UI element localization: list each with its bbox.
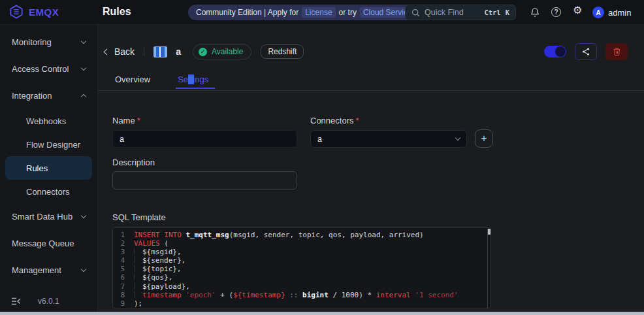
share-button[interactable]: [575, 43, 597, 60]
sidebar-item-label: Access Control: [12, 64, 69, 74]
version-label: v6.0.1: [38, 297, 59, 306]
line-number: 9: [113, 299, 134, 308]
connector-type-badge: Redshift: [261, 44, 304, 59]
sidebar-item-label: Webhooks: [26, 116, 66, 126]
license-link[interactable]: License: [302, 7, 335, 18]
sidebar-item-management[interactable]: Management: [5, 257, 92, 284]
share-icon: [581, 47, 590, 56]
code-line: 1INSERT INTO t_mqtt_msg(msgid, sender, t…: [113, 231, 491, 239]
emqx-logo[interactable]: EMQX: [9, 5, 59, 19]
sql-code: 1INSERT INTO t_mqtt_msg(msgid, sender, t…: [113, 231, 491, 308]
chevron-down-icon: [455, 135, 460, 141]
chevron-down-icon: [81, 39, 86, 44]
line-number: 1: [113, 231, 134, 239]
sidebar-item-label: Monitoring: [12, 37, 52, 47]
chevron-up-icon: [81, 94, 86, 99]
back-button[interactable]: Back: [105, 46, 135, 57]
emqx-dashboard: EMQX Rules Community Edition | Apply for…: [0, 0, 644, 315]
code-line: 6${qos},: [113, 273, 491, 282]
toolbar-divider: [144, 47, 144, 56]
editor-scrollbar-thumb[interactable]: [488, 229, 491, 235]
shortcut-ctrl: Ctrl: [484, 8, 500, 16]
line-number: 6: [113, 273, 134, 282]
sidebar-item-label: Message Queue: [12, 239, 74, 248]
sidebar-item-message-queue[interactable]: Message Queue: [5, 230, 92, 257]
sql-template-label: SQL Template: [112, 212, 166, 222]
status-badge: ✓ Available: [193, 44, 251, 59]
name-value: a: [120, 135, 124, 144]
description-input[interactable]: [112, 171, 297, 190]
sidebar-footer: v6.0.1: [10, 296, 87, 307]
trash-icon: [613, 47, 621, 56]
sidebar-item-smart-data-hub[interactable]: Smart Data Hub: [5, 203, 92, 230]
connectors-label: Connectors*: [310, 116, 359, 125]
quick-find-search[interactable]: Quick Find Ctrl K: [405, 5, 516, 20]
sidebar-item-connectors[interactable]: Connectors: [5, 180, 92, 203]
banner-middle-text: or try: [339, 8, 357, 17]
add-connector-button[interactable]: +: [475, 129, 493, 148]
help-icon[interactable]: ?: [551, 7, 561, 17]
description-label: Description: [112, 158, 155, 167]
sidebar-item-access-control[interactable]: Access Control: [5, 56, 92, 82]
enable-rule-toggle[interactable]: [544, 46, 566, 58]
delete-button[interactable]: [605, 43, 628, 60]
back-label: Back: [114, 46, 135, 57]
rule-toolbar: Back a ✓ Available Redshift: [105, 43, 628, 60]
sidebar-item-integration[interactable]: Integration: [5, 82, 92, 109]
connectors-select[interactable]: a: [310, 130, 467, 148]
active-tab-underline: [176, 88, 215, 89]
collapse-sidebar-icon[interactable]: [10, 296, 21, 307]
search-placeholder: Quick Find: [425, 8, 479, 17]
code-line: 3${msgid},: [113, 248, 491, 256]
sidebar-item-rules[interactable]: Rules: [5, 156, 92, 180]
line-number: 2: [113, 239, 134, 248]
connectors-value: a: [317, 135, 322, 144]
line-number: 3: [113, 248, 134, 256]
sidebar-item-flow-designer[interactable]: Flow Designer: [5, 133, 92, 156]
code-line: 2VALUES (: [113, 239, 491, 248]
sql-editor[interactable]: 1INSERT INTO t_mqtt_msg(msgid, sender, t…: [112, 227, 491, 308]
sidebar-item-monitoring[interactable]: Monitoring: [5, 29, 92, 56]
avatar[interactable]: A: [592, 7, 604, 18]
sidebar-item-label: Management: [12, 265, 61, 275]
line-number: 4: [113, 256, 134, 265]
app-header: EMQX Rules Community Edition | Apply for…: [0, 0, 644, 25]
gear-icon[interactable]: ⚙: [573, 5, 582, 16]
line-number: 7: [113, 282, 134, 291]
text-cursor-highlight: [188, 75, 194, 84]
line-number: 5: [113, 265, 134, 273]
search-icon: [411, 8, 420, 17]
chevron-down-icon: [81, 267, 86, 272]
name-input[interactable]: a: [112, 130, 297, 148]
chevron-left-icon: [104, 48, 110, 55]
sidebar-item-webhooks[interactable]: Webhooks: [5, 109, 92, 133]
code-line: 9);: [113, 299, 491, 308]
rule-icon-selected: [153, 46, 167, 58]
check-circle-icon: ✓: [199, 48, 207, 56]
user-name[interactable]: admin: [608, 8, 631, 18]
tab-bar-divider: [98, 90, 644, 91]
bell-icon[interactable]: [530, 7, 540, 18]
sidebar: MonitoringAccess ControlIntegrationWebho…: [0, 25, 98, 312]
sidebar-item-label: Smart Data Hub: [12, 212, 72, 222]
editor-scrollbar-track: [487, 228, 491, 308]
tab-bar: OverviewSettings: [115, 75, 208, 90]
emqx-hexagon-icon: [9, 5, 24, 19]
status-label: Available: [212, 47, 243, 56]
sidebar-item-label: Rules: [26, 163, 48, 173]
sidebar-item-label: Integration: [12, 91, 52, 101]
shortcut-k: K: [506, 8, 509, 16]
banner-text: Community Edition | Apply for: [196, 8, 298, 17]
tab-overview[interactable]: Overview: [115, 75, 150, 90]
sidebar-item-label: Flow Designer: [26, 140, 80, 150]
logo-text: EMQX: [29, 7, 59, 18]
code-line: 8timestamp 'epoch' + (${timestamp} :: bi…: [113, 291, 491, 299]
sidebar-item-label: Connectors: [26, 187, 69, 197]
page-horizontal-scrollbar[interactable]: [0, 312, 644, 315]
code-line: 4${sender},: [113, 256, 491, 265]
license-banner: Community Edition | Apply for License or…: [188, 5, 435, 20]
chevron-down-icon: [81, 213, 86, 218]
required-marker: *: [137, 116, 140, 125]
tab-label: Overview: [115, 75, 150, 84]
tab-settings[interactable]: Settings: [178, 75, 208, 90]
